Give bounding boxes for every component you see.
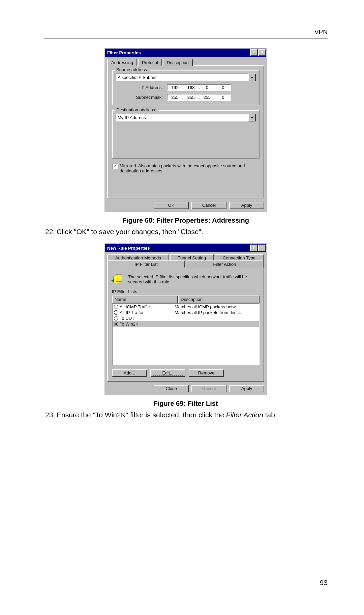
radio-icon[interactable] — [114, 310, 118, 315]
row-name: To DUT — [120, 316, 134, 321]
mask-seg[interactable]: 0 — [216, 95, 230, 100]
remove-button[interactable]: Remove — [189, 369, 224, 377]
apply-button[interactable]: Apply — [229, 385, 264, 392]
radio-icon[interactable] — [114, 322, 118, 326]
col-description[interactable]: Description — [178, 296, 260, 303]
tab-strip-front: IP Filter List Filter Action — [107, 260, 264, 268]
source-group-label: Source address: — [115, 67, 150, 72]
edit-button[interactable]: Edit... — [150, 369, 185, 377]
step-text-italic: Filter Action — [226, 411, 263, 419]
row-name: All IP Traffic — [120, 310, 143, 315]
list-body[interactable]: All ICMP Traffic Matches all ICMP packet… — [112, 303, 260, 365]
filter-lists-label: IP Filter Lists: — [112, 289, 260, 294]
step-23: 23. Ensure the "To Win2K" filter is sele… — [45, 411, 328, 419]
tab-strip-back: Authentication Methods Tunnel Setting Co… — [107, 254, 264, 261]
title-bar: New Rule Properties ? × — [105, 244, 266, 252]
list-item[interactable]: To Win2K — [113, 321, 259, 327]
figure-69-wrap: New Rule Properties ? × Authentication M… — [44, 243, 328, 395]
tab-strip: Addressing Protocol Description — [107, 59, 264, 66]
page-header: VPN — [44, 28, 328, 38]
step-22: 22. Click "OK" to save your changes, the… — [45, 228, 328, 236]
apply-button[interactable]: Apply — [229, 202, 264, 209]
mirrored-label: Mirrored. Also match packets with the ex… — [120, 163, 260, 173]
radio-icon[interactable] — [114, 305, 118, 309]
mask-seg[interactable]: 255 — [184, 95, 198, 100]
ip-seg[interactable]: 192 — [168, 85, 182, 90]
radio-icon[interactable] — [114, 316, 118, 320]
row-desc — [175, 322, 257, 327]
info-text: The selected IP filter list specifies wh… — [128, 274, 258, 284]
row-desc: Matches all IP packets from this ... — [175, 310, 257, 315]
row-desc: Matches all ICMP packets betw... — [175, 304, 257, 309]
tab-panel-addressing: Source address: A specific IP Subnet IP … — [107, 65, 264, 198]
new-rule-properties-window: New Rule Properties ? × Authentication M… — [104, 243, 267, 395]
ip-address-label: IP Address: — [116, 85, 167, 90]
close-icon[interactable]: × — [258, 245, 266, 251]
tab-connection-type[interactable]: Connection Type — [215, 254, 264, 261]
tab-filter-action[interactable]: Filter Action — [186, 260, 264, 268]
destination-address-group: Destination address: My IP Address — [112, 110, 260, 159]
filter-list-icon — [113, 274, 123, 284]
tab-auth-methods[interactable]: Authentication Methods — [107, 254, 169, 261]
chevron-down-icon[interactable] — [248, 114, 256, 121]
filter-list-table: Name Description All ICMP Traffic Matche… — [112, 296, 260, 365]
row-name: All ICMP Traffic — [120, 304, 150, 309]
dest-group-label: Destination address: — [115, 107, 158, 112]
cancel-button: Cancel — [191, 385, 226, 392]
ip-seg[interactable]: 0 — [216, 85, 230, 90]
figure-69-caption: Figure 69: Filter List — [44, 400, 328, 408]
mirrored-checkbox[interactable]: ✓ — [112, 164, 118, 169]
step-number: 23. — [45, 411, 57, 419]
list-item[interactable]: To DUT — [113, 315, 259, 321]
list-item[interactable]: All IP Traffic Matches all IP packets fr… — [113, 310, 259, 315]
row-desc — [175, 316, 257, 321]
tab-ip-filter-list[interactable]: IP Filter List — [107, 260, 185, 268]
tab-addressing[interactable]: Addressing — [107, 59, 137, 66]
window-title: New Rule Properties — [107, 246, 150, 251]
mask-seg[interactable]: 255 — [168, 95, 182, 100]
col-name[interactable]: Name — [112, 296, 178, 303]
subnet-mask-input[interactable]: 255. 255. 255. 0 — [167, 94, 231, 101]
mirrored-row[interactable]: ✓ Mirrored. Also match packets with the … — [112, 163, 260, 173]
figure-68-wrap: Filter Properties ? × Addressing Protoco… — [44, 48, 328, 212]
chevron-down-icon[interactable] — [248, 74, 256, 81]
step-text-pre: Ensure the "To Win2K" filter is selected… — [57, 411, 226, 419]
cancel-button[interactable]: Cancel — [191, 202, 226, 209]
mask-seg[interactable]: 255 — [200, 95, 214, 100]
figure-68-caption: Figure 68: Filter Properties: Addressing — [44, 217, 328, 224]
step-number: 22. — [45, 228, 57, 236]
filter-properties-window: Filter Properties ? × Addressing Protoco… — [104, 48, 267, 212]
ok-button[interactable]: OK — [154, 202, 189, 209]
source-address-dropdown[interactable]: A specific IP Subnet — [116, 74, 256, 81]
source-address-value: A specific IP Subnet — [116, 74, 248, 81]
info-row: The selected IP filter list specifies wh… — [112, 272, 260, 289]
tab-protocol[interactable]: Protocol — [138, 59, 162, 66]
add-button[interactable]: Add... — [112, 369, 147, 377]
step-text-post: tab. — [263, 411, 277, 419]
dest-address-value: My IP Address — [116, 114, 248, 121]
tab-description[interactable]: Description — [163, 59, 193, 66]
tab-tunnel-setting[interactable]: Tunnel Setting — [170, 254, 214, 261]
close-icon[interactable]: × — [258, 49, 266, 56]
page-number: 93 — [320, 579, 328, 587]
window-title: Filter Properties — [107, 50, 141, 55]
tab-panel-filterlist: The selected IP filter list specifies wh… — [107, 267, 264, 382]
dest-address-dropdown[interactable]: My IP Address — [116, 114, 256, 121]
title-bar: Filter Properties ? × — [105, 49, 266, 57]
source-address-group: Source address: A specific IP Subnet IP … — [112, 70, 260, 105]
step-text: Click "OK" to save your changes, then "C… — [57, 228, 203, 236]
subnet-mask-label: Subnet mask: — [116, 95, 167, 100]
ip-address-input[interactable]: 192. 168. 0. 0 — [167, 84, 231, 91]
help-icon[interactable]: ? — [250, 49, 257, 56]
step-text: Ensure the "To Win2K" filter is selected… — [57, 411, 277, 419]
ip-seg[interactable]: 168 — [184, 85, 198, 90]
close-button[interactable]: Close — [154, 385, 189, 392]
list-item[interactable]: All ICMP Traffic Matches all ICMP packet… — [113, 304, 259, 310]
ip-seg[interactable]: 0 — [200, 85, 214, 90]
help-icon[interactable]: ? — [250, 245, 257, 251]
row-name: To Win2K — [120, 322, 139, 327]
